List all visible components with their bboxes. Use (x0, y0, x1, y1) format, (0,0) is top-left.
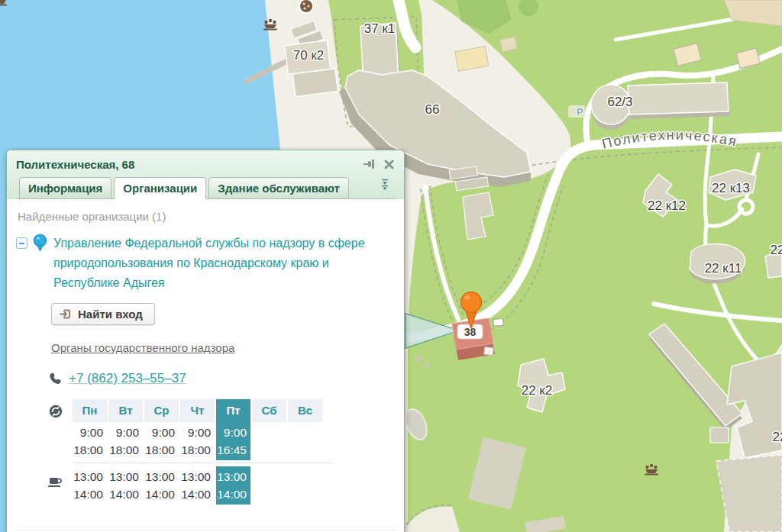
coffee-icon (48, 476, 63, 489)
schedule-work-hours: 9:0018:009:0018:009:0018:009:0018:009:00… (73, 422, 332, 460)
schedule-cell (288, 422, 322, 460)
collapse-org-icon[interactable] (16, 237, 27, 249)
panel-header: Политехническая, 68 Информация Организац… (7, 150, 404, 199)
map-building-label[interactable]: 22 (771, 243, 782, 257)
schedule-day-header: ПнВтСрЧтПтСбВс (73, 399, 332, 422)
organization-row: Управление Федеральной службы по надзору… (16, 234, 398, 293)
map-building-label[interactable]: 70 к2 (293, 48, 325, 63)
app-root: { "panel": { "title": "Политехническая, … (0, 0, 782, 532)
enter-icon (59, 308, 72, 321)
schedule: ПнВтСрЧтПтСбВс 9:0018:009:0018:009:0018:… (47, 399, 332, 505)
schedule-cell: 9:0018:00 (108, 422, 143, 460)
info-panel: Политехническая, 68 Информация Организац… (6, 150, 405, 532)
map-building-label[interactable]: 22 к2 (522, 383, 553, 398)
day-header: Пт (216, 399, 250, 422)
day-header: Пн (73, 399, 107, 422)
schedule-cell: 9:0018:00 (180, 422, 215, 460)
schedule-cell: 13:0014:00 (216, 466, 250, 505)
tab-organizations[interactable]: Организации (114, 177, 206, 199)
map-building-label[interactable]: 22 к12 (648, 198, 686, 213)
day-header: Сб (252, 399, 286, 422)
small-structure (484, 347, 494, 355)
panel-title: Политехническая, 68 (16, 158, 357, 171)
phone-icon (48, 372, 62, 385)
map-building-label[interactable]: 22 к11 (705, 261, 742, 276)
find-entrance-button[interactable]: Найти вход (51, 303, 155, 325)
parking-icon[interactable]: P (577, 106, 583, 118)
close-icon[interactable] (381, 158, 396, 170)
org-balloon-icon[interactable] (33, 234, 47, 255)
schedule-cell (252, 466, 286, 505)
found-organizations-label: Найденные организации (1) (18, 210, 398, 223)
collapse-tabs-icon[interactable] (380, 179, 390, 193)
schedule-cell: 13:0014:00 (73, 466, 107, 505)
map-building-label[interactable]: 22 (773, 430, 782, 444)
schedule-cell: 13:0014:00 (180, 466, 215, 505)
schedule-cell (288, 466, 322, 505)
organization-name[interactable]: Управление Федеральной службы по надзору… (53, 234, 393, 293)
schedule-cell (252, 422, 286, 460)
pin-panel-icon[interactable] (361, 158, 376, 170)
phone-row: +7 (862) 253–55–37 (48, 371, 398, 386)
schedule-separator (73, 460, 332, 466)
schedule-cell: 9:0018:00 (73, 422, 107, 460)
bus-stop-icon[interactable] (493, 319, 504, 327)
tab-building-services[interactable]: Здание обслуживают (208, 177, 349, 199)
schedule-cell: 13:0014:00 (144, 466, 179, 505)
day-header: Вт (108, 399, 143, 422)
tab-information[interactable]: Информация (19, 177, 111, 199)
schedule-cell: 13:0014:00 (108, 466, 143, 505)
section-divider (15, 530, 396, 530)
tab-bar: Информация Организации Здание обслуживаю… (16, 172, 396, 199)
category-link[interactable]: Органы государственного надзора (51, 341, 234, 354)
day-header: Вс (288, 399, 322, 422)
map-building-label[interactable]: 22 к13 (712, 181, 750, 195)
day-header: Чт (180, 399, 215, 422)
poi-icon[interactable] (299, 0, 313, 13)
schedule-lunch-hours: 13:0014:0013:0014:0013:0014:0013:0014:00… (73, 466, 332, 505)
find-entrance-label: Найти вход (78, 308, 143, 321)
phone-link[interactable]: +7 (862) 253–55–37 (69, 371, 186, 386)
map-building-label[interactable]: 37 к1 (364, 21, 396, 36)
map-building-label[interactable]: 66 (425, 102, 440, 117)
schedule-cell: 9:0018:00 (144, 422, 179, 460)
day-header: Ср (144, 399, 179, 422)
schedule-icon (48, 404, 63, 419)
panel-body: Найденные организации (1) Управление Фед… (7, 199, 404, 532)
map-building-label[interactable]: 62/3 (607, 95, 632, 109)
schedule-cell: 9:0016:45 (216, 422, 250, 460)
map-label-38[interactable]: 38 (464, 326, 477, 338)
